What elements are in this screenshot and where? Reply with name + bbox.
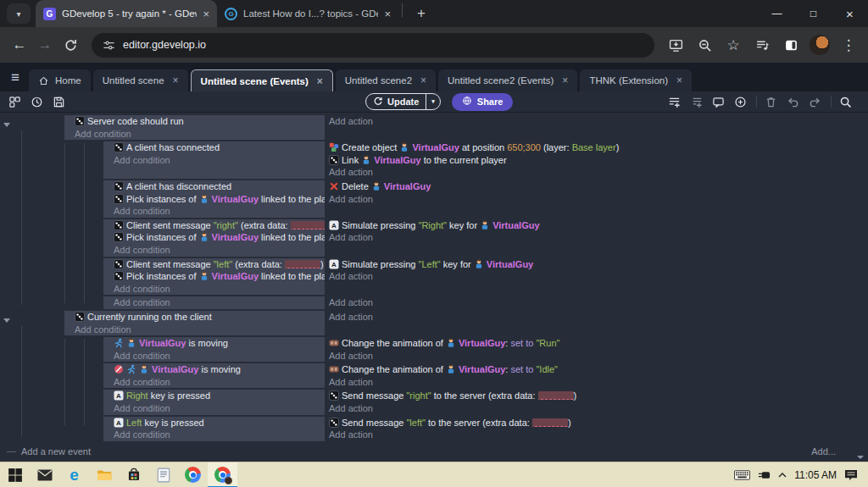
add-condition-button[interactable]: Add condition [114, 429, 321, 441]
event-row[interactable]: Client sent message "right" (extra data:… [0, 219, 868, 257]
condition-line[interactable]: Server code should run [75, 115, 321, 128]
condition-line[interactable]: Client sent message "left" (extra data: … [114, 258, 321, 271]
taskbar-windows-start[interactable] [0, 462, 30, 487]
fold-chevron-icon[interactable] [3, 318, 10, 323]
taskbar-notepad[interactable] [148, 462, 178, 487]
layout-panels-button[interactable] [8, 95, 22, 109]
event-row[interactable]: Add conditionAdd action [0, 296, 868, 309]
action-line[interactable]: Change the animation of VirtualGuy: set … [329, 363, 868, 376]
event-row[interactable]: A client has connectedAdd conditionCreat… [0, 141, 868, 179]
actions-cell[interactable]: Send message "left" to the server (extra… [325, 417, 868, 441]
actions-cell[interactable]: Add action [325, 296, 868, 309]
site-settings-icon[interactable] [103, 39, 115, 52]
add-condition-button[interactable]: Add condition [114, 296, 321, 309]
action-line[interactable]: ASimulate pressing "Right" key for Virtu… [329, 219, 868, 232]
add-action-button[interactable]: Add action [329, 115, 868, 128]
search-magnifier-button[interactable] [838, 95, 853, 109]
conditions-cell[interactable]: A client has disconnectedPick instances … [103, 180, 325, 218]
tab-close-icon[interactable]: × [420, 75, 426, 86]
action-line[interactable]: Delete VirtualGuy [329, 180, 868, 193]
address-bar[interactable]: editor.gdevelop.io [92, 33, 654, 58]
reload-button[interactable] [58, 32, 83, 58]
taskbar-edge[interactable]: e [59, 462, 89, 487]
new-tab-button[interactable]: + [411, 5, 431, 22]
add-action-button[interactable]: Add action [329, 166, 868, 179]
media-playlist-button[interactable] [749, 32, 775, 58]
action-line[interactable]: ASimulate pressing "Left" key for Virtua… [329, 258, 868, 271]
editor-tab-untitled-scene2-events-[interactable]: Untitled scene2 (Events)× [438, 69, 577, 91]
history-clock-button[interactable] [30, 95, 44, 109]
add-condition-button[interactable]: Add condition [114, 244, 321, 257]
add-more-button[interactable]: Add... [811, 446, 836, 457]
add-subevent-button[interactable] [689, 95, 704, 109]
tab-close-icon[interactable]: × [562, 75, 568, 86]
sidebar-panel-button[interactable] [778, 32, 804, 58]
add-event-button[interactable] [667, 95, 682, 109]
add-action-button[interactable]: Add action [329, 402, 868, 415]
comment-bubble-button[interactable] [711, 95, 726, 109]
event-row[interactable]: ARight key is pressedAdd conditionSend m… [0, 390, 868, 414]
add-circle-button[interactable] [733, 95, 748, 109]
redacted-parameter[interactable] [291, 221, 325, 230]
add-condition-button[interactable]: Add condition [114, 402, 321, 415]
undo-button[interactable] [786, 95, 800, 109]
condition-line[interactable]: Pick instances of VirtualGuy linked to t… [114, 231, 321, 244]
editor-tab-untitled-scene-events-[interactable]: Untitled scene (Events)× [191, 69, 333, 91]
actions-cell[interactable]: Add action [325, 115, 868, 140]
conditions-cell[interactable]: A client has connectedAdd condition [103, 141, 325, 179]
taskbar-chrome-active[interactable] [208, 462, 237, 487]
actions-cell[interactable]: ASimulate pressing "Right" key for Virtu… [325, 219, 868, 257]
event-row[interactable]: VirtualGuy is movingAdd conditionChange … [0, 337, 868, 362]
tab-close-icon[interactable]: × [173, 75, 179, 86]
close-button[interactable]: × [832, 0, 868, 27]
actions-cell[interactable]: Create object VirtualGuy at position 650… [325, 141, 868, 179]
tab-search-button[interactable]: ▾ [7, 3, 31, 24]
conditions-cell[interactable]: Currently running on the clientAdd condi… [64, 311, 325, 335]
fold-chevron-icon[interactable] [3, 123, 10, 127]
keyboard-tray-icon[interactable] [734, 470, 750, 480]
browser-tab[interactable]: GLatest How do I...? topics - GDe× [217, 0, 398, 27]
action-line[interactable]: Send message "right" to the server (extr… [329, 390, 868, 402]
main-menu-button[interactable]: ≡ [2, 66, 29, 90]
actions-cell[interactable]: Change the animation of VirtualGuy: set … [325, 363, 868, 388]
editor-tab-thnk-extension-[interactable]: THNK (Extension)× [580, 69, 692, 91]
tab-close-icon[interactable]: × [384, 8, 391, 19]
update-dropdown-button[interactable]: ▾ [426, 94, 440, 109]
editor-tab-untitled-scene[interactable]: Untitled scene× [93, 69, 188, 91]
conditions-cell[interactable]: Add condition [103, 296, 325, 309]
conditions-cell[interactable]: ARight key is pressedAdd condition [103, 390, 325, 414]
condition-line[interactable]: Client sent message "right" (extra data:… [114, 219, 321, 232]
update-button[interactable]: Update ▾ [365, 93, 441, 110]
event-row[interactable]: VirtualGuy is movingAdd conditionChange … [0, 363, 868, 388]
event-row[interactable]: A client has disconnectedPick instances … [0, 180, 868, 218]
chevron-down-icon[interactable] [857, 456, 864, 459]
notifications-button[interactable] [844, 469, 858, 481]
add-condition-button[interactable]: Add condition [114, 376, 321, 389]
install-monitor-button[interactable] [663, 32, 688, 58]
add-action-button[interactable]: Add action [329, 270, 868, 283]
event-row[interactable]: Client sent message "left" (extra data: … [0, 258, 868, 296]
condition-line[interactable]: ARight key is pressed [114, 390, 321, 402]
redacted-parameter[interactable] [538, 391, 574, 400]
editor-tab-untitled-scene2[interactable]: Untitled scene2× [336, 69, 436, 91]
action-line[interactable]: Link VirtualGuy to the current player [329, 154, 868, 167]
minimize-button[interactable]: — [759, 0, 795, 27]
forward-arrow-button[interactable]: → [32, 32, 58, 58]
tab-close-icon[interactable]: × [203, 8, 209, 19]
add-condition-button[interactable]: Add condition [114, 205, 321, 218]
redacted-parameter[interactable] [532, 418, 568, 427]
condition-line[interactable]: VirtualGuy is moving [114, 337, 321, 350]
add-action-button[interactable]: Add action [329, 350, 868, 362]
conditions-cell[interactable]: VirtualGuy is movingAdd condition [103, 337, 325, 362]
event-row[interactable]: Server code should runAdd conditionAdd a… [0, 115, 868, 140]
condition-line[interactable]: VirtualGuy is moving [114, 363, 321, 376]
actions-cell[interactable]: Add action [325, 311, 868, 335]
trash-button[interactable] [764, 95, 778, 109]
condition-line[interactable]: A client has disconnected [114, 180, 321, 193]
action-line[interactable]: Create object VirtualGuy at position 650… [329, 141, 868, 154]
back-arrow-button[interactable]: ← [7, 32, 32, 58]
condition-line[interactable]: Pick instances of VirtualGuy linked to t… [114, 193, 321, 206]
conditions-cell[interactable]: Client sent message "right" (extra data:… [103, 219, 325, 257]
tray-expand-chevron-icon[interactable] [778, 473, 787, 478]
save-floppy-button[interactable] [52, 95, 66, 109]
